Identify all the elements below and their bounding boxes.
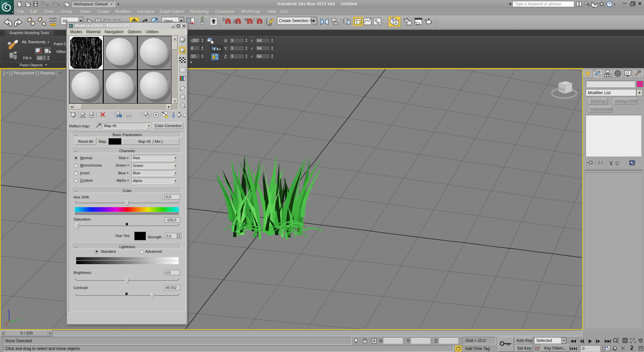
- svg-text:?: ?: [608, 2, 610, 6]
- svg-text:y: y: [17, 317, 20, 321]
- svg-text:Create Selection Se: Create Selection Se: [279, 18, 315, 23]
- svg-text:ABC: ABC: [267, 24, 272, 26]
- svg-text:3: 3: [222, 17, 225, 22]
- svg-text:[ + ] [ Perspective ] [ Realis: [ + ] [ Perspective ] [ Realistic ]: [3, 71, 58, 75]
- svg-text:z: z: [8, 308, 10, 312]
- svg-text:x: x: [5, 322, 7, 327]
- svg-text:▾: ▾: [219, 48, 221, 51]
